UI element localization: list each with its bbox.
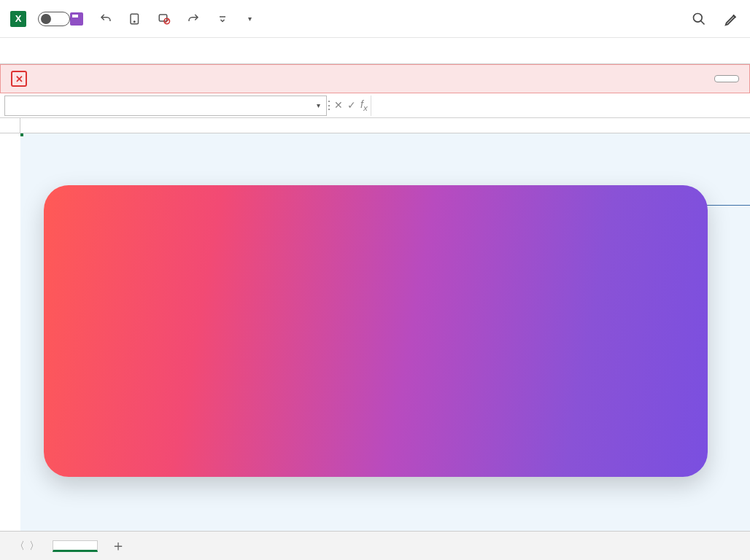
security-details-button[interactable]	[714, 75, 739, 82]
block-macro-button[interactable]	[155, 9, 174, 28]
search-button[interactable]	[692, 12, 706, 26]
formula-bar-input[interactable]	[371, 96, 750, 116]
chevron-down-icon[interactable]: ▾	[317, 101, 320, 109]
save-icon	[70, 12, 83, 26]
ink-button[interactable]	[724, 11, 740, 27]
block-icon	[158, 12, 171, 26]
sheet-tab-home[interactable]	[53, 540, 98, 552]
toggle-knob	[41, 14, 51, 24]
row-headers	[0, 133, 20, 560]
toggle-track[interactable]	[38, 12, 70, 26]
excel-app-icon: X	[10, 11, 26, 27]
security-warning-bar: ✕	[0, 64, 750, 93]
column-headers	[0, 118, 750, 133]
qat-overflow-button[interactable]	[213, 9, 232, 28]
pen-icon	[724, 11, 740, 27]
touch-icon	[128, 12, 142, 26]
ribbon-tabs	[0, 38, 750, 64]
fx-icon[interactable]: fx	[360, 98, 368, 112]
sheet-next-button[interactable]: 〉	[29, 540, 39, 553]
svg-rect-2	[159, 15, 167, 21]
sheet-tab-bar: 〈 〉 ＋	[0, 531, 750, 560]
chevron-down-icon	[218, 15, 227, 23]
overlay-card	[44, 185, 708, 477]
name-box[interactable]: ▾	[4, 96, 327, 116]
autosave-toggle[interactable]	[34, 12, 54, 26]
undo-icon	[99, 12, 112, 26]
undo-button[interactable]	[96, 9, 115, 28]
save-button[interactable]	[67, 9, 86, 28]
sheet-prev-button[interactable]: 〈	[15, 540, 25, 553]
chevron-down-icon[interactable]: ▾	[248, 15, 252, 23]
enter-formula-icon[interactable]: ✓	[347, 99, 356, 111]
redo-icon	[187, 12, 200, 26]
svg-point-1	[134, 21, 136, 23]
cancel-formula-icon[interactable]: ✕	[334, 99, 343, 111]
svg-point-4	[694, 13, 703, 22]
shield-x-icon: ✕	[11, 71, 27, 87]
redo-button[interactable]	[184, 9, 203, 28]
active-cell-indicator	[20, 133, 23, 136]
add-sheet-button[interactable]: ＋	[111, 536, 125, 556]
select-all-corner[interactable]	[0, 118, 20, 133]
touch-mode-button[interactable]	[125, 9, 144, 28]
search-icon	[692, 12, 706, 26]
